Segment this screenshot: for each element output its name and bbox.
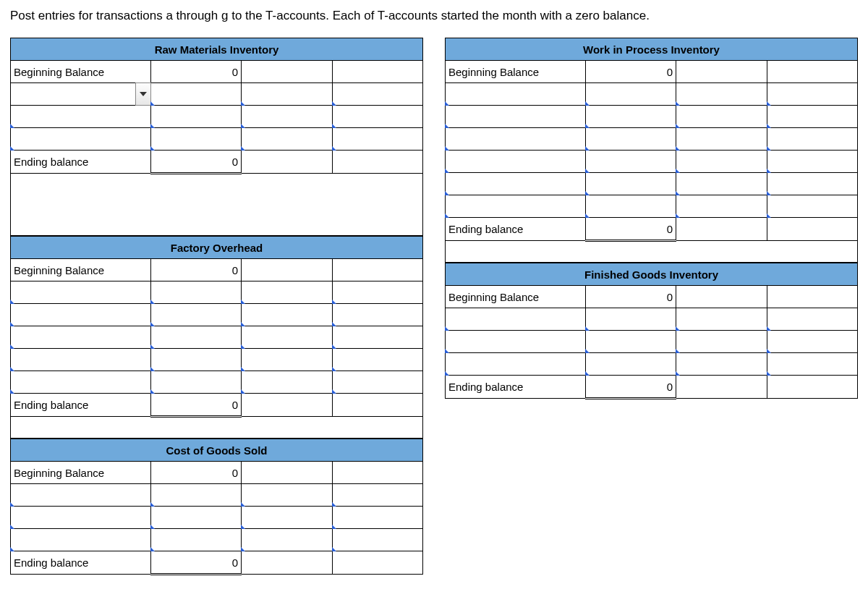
entry-label-cell[interactable] (242, 484, 332, 507)
entry-value-cell[interactable] (332, 304, 422, 326)
entry-value-cell[interactable] (332, 326, 422, 349)
ending-balance-label: Ending balance (11, 394, 151, 417)
entry-value-cell[interactable] (767, 331, 857, 353)
entry-value-cell[interactable] (332, 128, 422, 151)
credit-label-cell (676, 61, 767, 83)
entry-label-cell[interactable] (676, 195, 767, 218)
credit-value-cell (767, 61, 857, 83)
entry-label-cell[interactable] (676, 308, 767, 331)
entry-label-cell[interactable] (446, 128, 586, 151)
entry-value-cell[interactable] (585, 195, 676, 218)
beginning-balance-value: 0 (150, 259, 241, 281)
entry-value-cell[interactable] (585, 83, 676, 106)
entry-label-cell[interactable] (446, 83, 586, 106)
entry-value-cell[interactable] (767, 308, 857, 331)
entry-value-cell[interactable] (767, 83, 857, 106)
entry-label-cell[interactable] (676, 151, 767, 173)
ending-credit-label (242, 551, 332, 575)
entry-value-cell[interactable] (767, 353, 857, 376)
entry-value-cell[interactable] (150, 106, 241, 128)
entry-value-cell[interactable] (150, 484, 241, 507)
ending-balance-value: 0 (150, 394, 241, 417)
entry-value-cell[interactable] (150, 128, 241, 151)
entry-value-cell[interactable] (150, 529, 241, 551)
entry-label-cell[interactable] (11, 281, 151, 304)
entry-value-cell[interactable] (585, 331, 676, 353)
entry-value-cell[interactable] (585, 151, 676, 173)
entry-label-cell[interactable] (676, 173, 767, 195)
entry-value-cell[interactable] (585, 128, 676, 151)
entry-label-cell[interactable] (11, 507, 151, 529)
t-account-title: Raw Materials Inventory (11, 38, 423, 61)
entry-label-cell[interactable] (446, 353, 586, 376)
beginning-balance-label: Beginning Balance (446, 61, 586, 83)
ending-balance-value: 0 (150, 151, 241, 174)
entry-label-cell[interactable] (446, 195, 586, 218)
entry-label-cell[interactable] (242, 326, 332, 349)
entry-label-cell[interactable] (446, 331, 586, 353)
entry-label-cell[interactable] (242, 83, 332, 106)
entry-value-cell[interactable] (332, 371, 422, 394)
entry-value-cell[interactable] (332, 106, 422, 128)
entry-value-cell[interactable] (585, 353, 676, 376)
beginning-balance-label: Beginning Balance (11, 61, 151, 83)
entry-label-cell[interactable] (676, 353, 767, 376)
ending-balance-value: 0 (585, 218, 676, 241)
entry-value-cell[interactable] (332, 83, 422, 106)
entry-label-cell[interactable] (676, 331, 767, 353)
entry-value-cell[interactable] (150, 507, 241, 529)
entry-label-cell[interactable] (446, 308, 586, 331)
entry-value-cell[interactable] (150, 371, 241, 394)
t-account-title: Cost of Goods Sold (11, 439, 423, 462)
entry-label-cell[interactable] (11, 529, 151, 551)
entry-label-cell[interactable] (676, 83, 767, 106)
entry-value-cell[interactable] (332, 484, 422, 507)
entry-value-cell[interactable] (150, 304, 241, 326)
entry-label-cell[interactable] (11, 326, 151, 349)
entry-value-cell[interactable] (767, 128, 857, 151)
entry-label-cell[interactable] (242, 507, 332, 529)
entry-label-cell[interactable] (242, 529, 332, 551)
entry-value-cell[interactable] (767, 195, 857, 218)
entry-label-cell[interactable] (446, 106, 586, 128)
entry-label-cell[interactable] (446, 151, 586, 173)
ending-credit-value (767, 218, 857, 241)
entry-label-cell[interactable] (11, 484, 151, 507)
entry-value-cell[interactable] (767, 151, 857, 173)
entry-value-cell[interactable] (150, 281, 241, 304)
entry-label-cell[interactable] (676, 106, 767, 128)
entry-label-cell[interactable] (242, 281, 332, 304)
dropdown-button[interactable] (135, 82, 151, 106)
active-dropdown-cell[interactable] (11, 83, 151, 106)
entry-value-cell[interactable] (150, 83, 241, 106)
entry-label-cell[interactable] (11, 106, 151, 128)
entry-value-cell[interactable] (150, 326, 241, 349)
entry-label-cell[interactable] (11, 304, 151, 326)
entry-label-cell[interactable] (446, 173, 586, 195)
entry-value-cell[interactable] (332, 281, 422, 304)
entry-value-cell[interactable] (585, 308, 676, 331)
spacer-cell (11, 195, 423, 215)
entry-value-cell[interactable] (332, 507, 422, 529)
entry-value-cell[interactable] (332, 349, 422, 371)
entry-label-cell[interactable] (11, 371, 151, 394)
entry-label-cell[interactable] (242, 371, 332, 394)
entry-value-cell[interactable] (585, 173, 676, 195)
entry-value-cell[interactable] (767, 173, 857, 195)
entry-label-cell[interactable] (676, 128, 767, 151)
entry-label-cell[interactable] (242, 106, 332, 128)
entry-value-cell[interactable] (150, 349, 241, 371)
entry-label-cell[interactable] (11, 349, 151, 371)
entry-value-cell[interactable] (767, 106, 857, 128)
entry-label-cell[interactable] (242, 128, 332, 151)
entry-value-cell[interactable] (585, 106, 676, 128)
ending-balance-label: Ending balance (11, 151, 151, 174)
beginning-balance-value: 0 (585, 61, 676, 83)
ending-credit-value (332, 551, 422, 575)
entry-label-cell[interactable] (11, 128, 151, 151)
t-account-factory_overhead: Factory OverheadBeginning Balance0Ending… (10, 236, 423, 439)
t-account-finished_goods: Finished Goods InventoryBeginning Balanc… (445, 263, 858, 399)
entry-label-cell[interactable] (242, 349, 332, 371)
entry-label-cell[interactable] (242, 304, 332, 326)
entry-value-cell[interactable] (332, 529, 422, 551)
